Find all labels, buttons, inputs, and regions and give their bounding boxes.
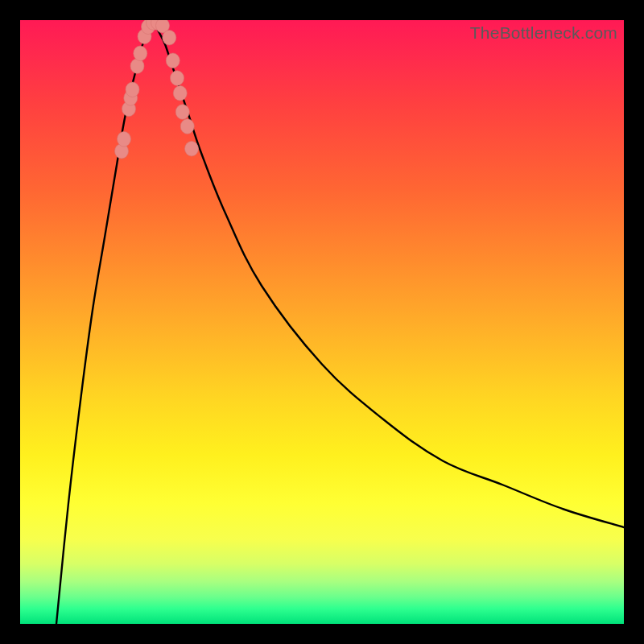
chart-frame: TheBottleneck.com [0,0,644,644]
plot-area: TheBottleneck.com [20,20,624,624]
curve-right-branch [153,20,624,527]
sample-point-marker [171,71,184,86]
curve-left-branch [56,20,153,624]
bottleneck-curve-chart [20,20,624,624]
sample-point-marker [185,141,199,156]
sample-point-marker [134,46,147,61]
sample-point-marker [180,119,194,134]
sample-point-marker [118,131,131,147]
sample-point-marker [126,82,139,97]
sample-point-marker [173,85,187,101]
sample-point-marker [163,30,176,45]
sample-point-marker [166,53,180,68]
sample-point-markers [115,20,199,159]
watermark-text: TheBottleneck.com [470,23,617,43]
sample-point-marker [175,105,189,120]
